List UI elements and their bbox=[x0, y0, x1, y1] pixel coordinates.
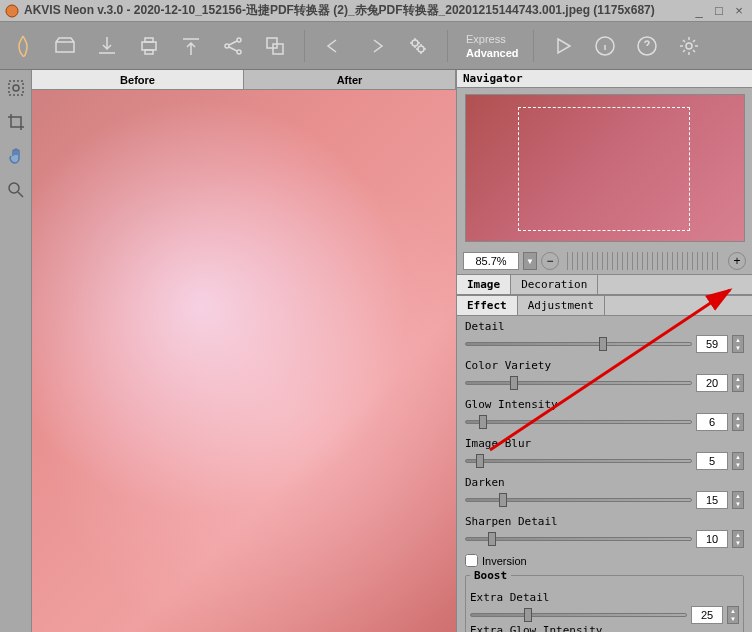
detail-input[interactable] bbox=[696, 335, 728, 353]
tab-adjustment[interactable]: Adjustment bbox=[518, 296, 605, 315]
export-button[interactable] bbox=[176, 31, 206, 61]
parameters-panel: Detail▲▼ Color Variety▲▼ Glow Intensity▲… bbox=[457, 316, 752, 632]
image-blur-slider[interactable] bbox=[465, 454, 692, 468]
inversion-label: Inversion bbox=[482, 555, 527, 567]
svg-point-13 bbox=[686, 43, 692, 49]
right-panel: Navigator ▼ − + Image Decoration Effect … bbox=[456, 70, 752, 632]
zoom-in-button[interactable]: + bbox=[728, 252, 746, 270]
detail-spinner[interactable]: ▲▼ bbox=[732, 335, 744, 353]
left-toolbar bbox=[0, 70, 32, 632]
svg-point-4 bbox=[225, 44, 229, 48]
glow-intensity-input[interactable] bbox=[696, 413, 728, 431]
sharpen-detail-slider[interactable] bbox=[465, 532, 692, 546]
save-button[interactable] bbox=[92, 31, 122, 61]
mode-selector[interactable]: Express Advanced bbox=[466, 33, 519, 59]
canvas-area: Before After bbox=[32, 70, 456, 632]
image-blur-label: Image Blur bbox=[465, 437, 744, 450]
image-blur-input[interactable] bbox=[696, 452, 728, 470]
open-button[interactable] bbox=[50, 31, 80, 61]
svg-point-5 bbox=[237, 38, 241, 42]
zoom-tool[interactable] bbox=[4, 178, 28, 202]
svg-rect-2 bbox=[145, 38, 153, 42]
redo-button[interactable] bbox=[361, 31, 391, 61]
svg-point-9 bbox=[412, 40, 418, 46]
close-button[interactable]: × bbox=[730, 3, 748, 19]
svg-point-10 bbox=[418, 46, 424, 52]
sharpen-detail-spinner[interactable]: ▲▼ bbox=[732, 530, 744, 548]
navigator-header: Navigator bbox=[457, 70, 752, 88]
hand-tool[interactable] bbox=[4, 144, 28, 168]
darken-label: Darken bbox=[465, 476, 744, 489]
zoom-out-button[interactable]: − bbox=[541, 252, 559, 270]
darken-spinner[interactable]: ▲▼ bbox=[732, 491, 744, 509]
color-variety-spinner[interactable]: ▲▼ bbox=[732, 374, 744, 392]
detail-slider[interactable] bbox=[465, 337, 692, 351]
navigator-preview[interactable] bbox=[465, 94, 745, 242]
glow-intensity-spinner[interactable]: ▲▼ bbox=[732, 413, 744, 431]
run-button[interactable] bbox=[548, 31, 578, 61]
settings-button[interactable] bbox=[674, 31, 704, 61]
tab-decoration[interactable]: Decoration bbox=[511, 275, 598, 294]
window-title: AKVIS Neon v.3.0 - 2020-12-10_152156-迅捷P… bbox=[24, 2, 690, 19]
svg-point-16 bbox=[9, 183, 19, 193]
svg-rect-8 bbox=[273, 44, 283, 54]
crop-tool[interactable] bbox=[4, 110, 28, 134]
undo-button[interactable] bbox=[319, 31, 349, 61]
svg-rect-3 bbox=[145, 50, 153, 54]
navigator-rect[interactable] bbox=[518, 107, 690, 231]
maximize-button[interactable]: □ bbox=[710, 3, 728, 19]
tab-after[interactable]: After bbox=[244, 70, 456, 89]
titlebar: AKVIS Neon v.3.0 - 2020-12-10_152156-迅捷P… bbox=[0, 0, 752, 22]
share-button[interactable] bbox=[218, 31, 248, 61]
extra-glow-label: Extra Glow Intensity bbox=[470, 624, 739, 632]
darken-input[interactable] bbox=[696, 491, 728, 509]
zoom-dropdown[interactable]: ▼ bbox=[523, 252, 537, 270]
glow-intensity-slider[interactable] bbox=[465, 415, 692, 429]
sharpen-detail-input[interactable] bbox=[696, 530, 728, 548]
tab-image[interactable]: Image bbox=[457, 275, 511, 294]
app-icon bbox=[4, 3, 20, 19]
svg-rect-14 bbox=[9, 81, 23, 95]
color-variety-input[interactable] bbox=[696, 374, 728, 392]
extra-detail-spinner[interactable]: ▲▼ bbox=[727, 606, 739, 624]
tab-before[interactable]: Before bbox=[32, 70, 244, 89]
zoom-input[interactable] bbox=[463, 252, 519, 270]
help-button[interactable] bbox=[632, 31, 662, 61]
color-variety-label: Color Variety bbox=[465, 359, 744, 372]
extra-detail-slider[interactable] bbox=[470, 608, 687, 622]
zoom-slider[interactable] bbox=[567, 252, 720, 270]
svg-point-0 bbox=[6, 5, 18, 17]
glow-intensity-label: Glow Intensity bbox=[465, 398, 744, 411]
svg-rect-7 bbox=[267, 38, 277, 48]
inversion-checkbox[interactable] bbox=[465, 554, 478, 567]
info-button[interactable] bbox=[590, 31, 620, 61]
canvas-image[interactable] bbox=[32, 90, 456, 632]
preview-tool[interactable] bbox=[4, 76, 28, 100]
minimize-button[interactable]: _ bbox=[690, 3, 708, 19]
detail-label: Detail bbox=[465, 320, 744, 333]
svg-point-6 bbox=[237, 50, 241, 54]
image-blur-spinner[interactable]: ▲▼ bbox=[732, 452, 744, 470]
extra-detail-input[interactable] bbox=[691, 606, 723, 624]
process-button[interactable] bbox=[403, 31, 433, 61]
print-button[interactable] bbox=[134, 31, 164, 61]
boost-label: Boost bbox=[470, 569, 511, 582]
darken-slider[interactable] bbox=[465, 493, 692, 507]
svg-rect-1 bbox=[142, 42, 156, 50]
mode-express[interactable]: Express bbox=[466, 33, 519, 45]
main-toolbar: Express Advanced bbox=[0, 22, 752, 70]
batch-button[interactable] bbox=[260, 31, 290, 61]
mode-advanced[interactable]: Advanced bbox=[466, 47, 519, 59]
svg-point-15 bbox=[13, 85, 19, 91]
color-variety-slider[interactable] bbox=[465, 376, 692, 390]
extra-detail-label: Extra Detail bbox=[470, 591, 739, 604]
logo-icon bbox=[8, 31, 38, 61]
sharpen-detail-label: Sharpen Detail bbox=[465, 515, 744, 528]
tab-effect[interactable]: Effect bbox=[457, 296, 518, 315]
